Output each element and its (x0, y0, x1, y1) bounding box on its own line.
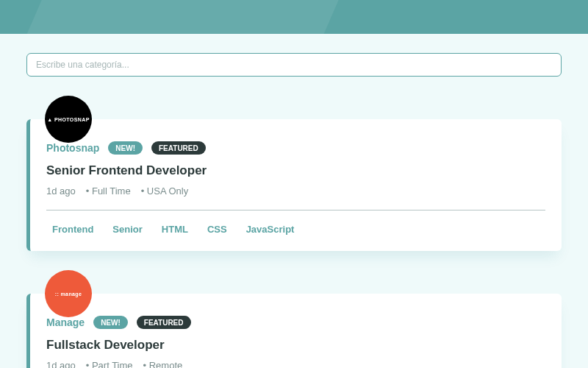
location: USA Only (141, 185, 189, 197)
meta-row: 1d ago Full Time USA Only (46, 185, 545, 197)
filter-tag[interactable]: HTML (162, 224, 188, 235)
new-badge: NEW! (93, 316, 128, 329)
company-avatar: ▲ PHOTOSNAP (45, 96, 92, 143)
posted-at: 1d ago (46, 360, 76, 368)
position-title[interactable]: Fullstack Developer (46, 338, 545, 353)
company-row: Manage NEW! FEATURED (46, 316, 545, 329)
main-container: ▲ PHOTOSNAP Photosnap NEW! FEATURED Seni… (0, 34, 588, 368)
filter-tag[interactable]: Frontend (52, 224, 93, 235)
company-name: Manage (46, 316, 85, 328)
contract-type: Part Time (86, 360, 133, 368)
filter-tag[interactable]: CSS (207, 224, 227, 235)
avatar-label: ▲ PHOTOSNAP (47, 117, 90, 122)
tag-list: Frontend Senior HTML CSS JavaScript (46, 224, 545, 235)
company-name: Photosnap (46, 142, 99, 154)
avatar-label: :: manage (55, 291, 82, 297)
contract-type: Full Time (86, 185, 131, 197)
filter-tag[interactable]: Senior (112, 224, 142, 235)
meta-row: 1d ago Part Time Remote (46, 360, 545, 368)
featured-badge: FEATURED (137, 316, 191, 329)
job-card: ▲ PHOTOSNAP Photosnap NEW! FEATURED Seni… (26, 119, 562, 251)
location: Remote (143, 360, 183, 368)
divider (46, 210, 545, 210)
new-badge: NEW! (108, 141, 143, 155)
posted-at: 1d ago (46, 185, 76, 197)
filter-tag[interactable]: JavaScript (246, 224, 295, 235)
header-background (0, 0, 588, 34)
company-avatar: :: manage (45, 270, 92, 317)
position-title[interactable]: Senior Frontend Developer (46, 163, 545, 178)
company-row: Photosnap NEW! FEATURED (46, 141, 545, 155)
search-input[interactable] (26, 53, 562, 77)
job-card: :: manage Manage NEW! FEATURED Fullstack… (26, 294, 562, 368)
featured-badge: FEATURED (151, 141, 206, 155)
